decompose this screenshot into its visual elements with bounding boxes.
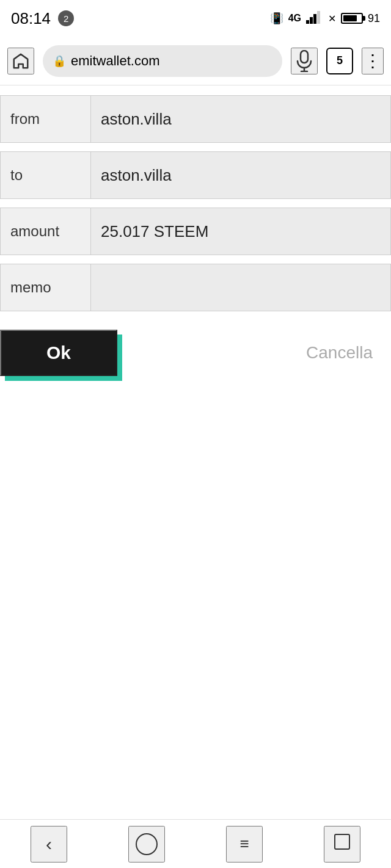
tabs-count: 5 <box>337 54 343 67</box>
amount-value: 25.017 STEEM <box>91 208 390 255</box>
url-text: emitwallet.com <box>71 53 272 69</box>
more-button[interactable]: ⋮ <box>362 48 384 74</box>
ok-button-wrapper: Ok <box>0 330 117 376</box>
to-row: to aston.villa <box>0 151 391 199</box>
cancel-button[interactable]: Cancella <box>306 343 373 363</box>
svg-rect-7 <box>335 834 349 849</box>
svg-rect-4 <box>301 51 308 63</box>
lock-icon: 🔒 <box>53 54 66 68</box>
signal-x: ✕ <box>328 13 336 24</box>
url-bar[interactable]: 🔒 emitwallet.com <box>43 45 282 77</box>
recent-apps-button[interactable]: ≡ <box>226 826 263 863</box>
notification-badge: 2 <box>58 10 74 26</box>
back-icon: ‹ <box>46 834 52 855</box>
svg-rect-3 <box>317 11 320 24</box>
svg-rect-1 <box>310 17 313 24</box>
svg-rect-2 <box>313 14 316 24</box>
home-button[interactable] <box>7 48 34 74</box>
memo-value <box>91 264 390 311</box>
home-nav-icon <box>136 833 158 855</box>
browser-bar: 🔒 emitwallet.com 5 ⋮ <box>0 37 391 85</box>
vibrate-icon: 📳 <box>270 12 283 25</box>
battery-icon <box>341 13 363 24</box>
amount-label: amount <box>1 208 91 255</box>
rotate-icon <box>333 833 351 855</box>
status-right: 📳 4G ✕ 91 <box>270 10 380 26</box>
more-dots-icon: ⋮ <box>364 52 381 70</box>
memo-row: memo <box>0 264 391 311</box>
home-nav-button[interactable] <box>128 826 165 863</box>
buttons-row: Ok Cancella <box>0 330 391 376</box>
to-value: aston.villa <box>91 152 390 198</box>
svg-rect-0 <box>306 20 309 24</box>
from-row: from aston.villa <box>0 95 391 143</box>
recent-icon: ≡ <box>239 834 249 853</box>
ok-button[interactable]: Ok <box>0 330 117 376</box>
signal-icon <box>306 10 323 26</box>
status-left: 08:14 2 <box>11 9 74 28</box>
rotate-button[interactable] <box>324 826 360 863</box>
battery-percent: 91 <box>368 12 380 25</box>
content-area: from aston.villa to aston.villa amount 2… <box>0 85 391 376</box>
status-time: 08:14 <box>11 9 51 28</box>
to-label: to <box>1 152 91 198</box>
from-label: from <box>1 96 91 142</box>
memo-label: memo <box>1 264 91 311</box>
from-value: aston.villa <box>91 96 390 142</box>
bottom-nav: ‹ ≡ <box>0 819 391 868</box>
back-button[interactable]: ‹ <box>31 826 67 863</box>
microphone-button[interactable] <box>291 48 318 74</box>
tabs-button[interactable]: 5 <box>326 48 353 74</box>
network-type: 4G <box>288 13 301 24</box>
status-bar: 08:14 2 📳 4G ✕ 91 <box>0 0 391 37</box>
amount-row: amount 25.017 STEEM <box>0 208 391 255</box>
